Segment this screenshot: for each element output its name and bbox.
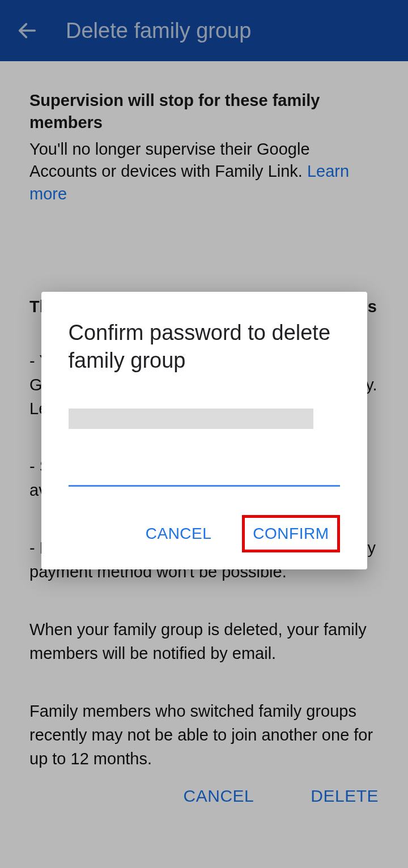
dialog-title: Confirm password to delete family group: [69, 319, 340, 374]
redacted-email-bar: [69, 409, 313, 429]
modal-overlay: Confirm password to delete family group …: [0, 0, 408, 868]
dialog-buttons: CANCEL CONFIRM: [69, 515, 340, 552]
password-input[interactable]: [69, 464, 340, 487]
dialog-cancel-button[interactable]: CANCEL: [135, 516, 222, 552]
confirm-password-dialog: Confirm password to delete family group …: [41, 292, 367, 569]
dialog-confirm-button[interactable]: CONFIRM: [242, 515, 339, 552]
